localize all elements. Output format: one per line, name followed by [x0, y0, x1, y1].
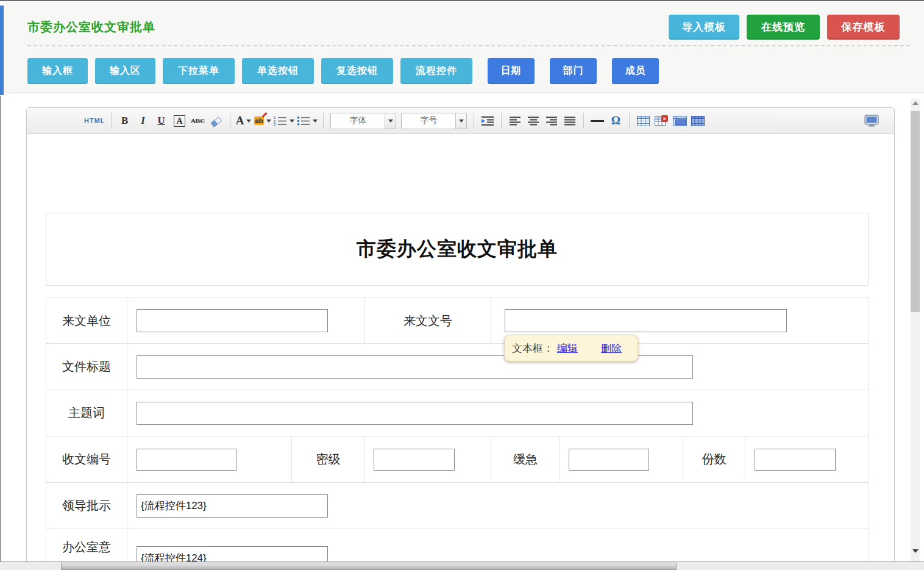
delete-control-link[interactable]: 删除 [601, 341, 622, 355]
add-date-button[interactable]: 日期 [488, 58, 535, 84]
form-table: 来文单位 来文文号 文件标题 主题词 [46, 297, 869, 570]
horizontal-rule-button[interactable] [589, 112, 605, 129]
table-row: 收文编号 密级 缓急 份数 [46, 436, 869, 483]
add-department-button[interactable]: 部门 [550, 58, 597, 84]
incoming-doc-number-input[interactable] [505, 309, 787, 332]
align-right-button[interactable] [544, 112, 560, 129]
tooltip-label: 文本框： [512, 341, 553, 355]
field-label: 缓急 [491, 436, 560, 483]
add-textarea-button[interactable]: 输入区 [95, 58, 155, 84]
table-properties-button[interactable] [672, 112, 688, 129]
table-row: 领导批示 [46, 483, 869, 529]
table-grid-button[interactable] [690, 112, 706, 129]
ordered-list-button[interactable]: 1 2 3 [274, 112, 294, 129]
highlight-icon: ab [254, 116, 265, 125]
remove-format-button[interactable] [208, 112, 224, 129]
toolbar-separator [111, 113, 112, 129]
vertical-scrollbar[interactable] [911, 99, 920, 561]
strikethrough-button[interactable]: ABC [190, 112, 206, 129]
triangle-down-icon [912, 549, 919, 553]
field-cell [365, 436, 491, 483]
align-right-icon [546, 116, 557, 126]
font-family-select[interactable]: 字体 [330, 113, 396, 129]
align-justify-icon [564, 116, 575, 126]
table-row: 来文单位 来文文号 [46, 298, 869, 344]
align-left-button[interactable] [507, 112, 523, 129]
font-color-button[interactable]: A [236, 112, 252, 129]
italic-button[interactable]: I [135, 112, 151, 129]
field-label: 主题词 [46, 390, 127, 436]
unordered-list-icon [297, 116, 310, 126]
editor-content[interactable]: 市委办公室收文审批单 来文单位 来文文号 文件标题 [27, 134, 894, 570]
align-center-button[interactable] [525, 112, 541, 129]
toolbar-separator [501, 113, 502, 129]
add-flow-control-button[interactable]: 流程控件 [400, 58, 472, 84]
leader-instructions-input[interactable] [137, 494, 328, 518]
indent-button[interactable] [480, 112, 496, 129]
toolbar-separator [230, 113, 230, 129]
delete-table-button[interactable]: × [653, 112, 669, 129]
font-style-button[interactable]: A [172, 112, 188, 129]
toolbar-separator [323, 113, 324, 129]
font-size-select[interactable]: 字号 [401, 113, 467, 129]
table-row: 主题词 [46, 390, 869, 436]
fullscreen-button[interactable] [864, 112, 880, 129]
align-center-icon [528, 116, 539, 126]
add-input-box-button[interactable]: 输入框 [27, 58, 88, 84]
table-delete-icon: × [655, 115, 668, 126]
font-family-dropdown-button[interactable] [385, 113, 396, 129]
richtext-editor: HTML B I U A ABC A [26, 107, 895, 570]
copies-input[interactable] [755, 449, 836, 471]
highlight-color-button[interactable]: ab [254, 112, 272, 129]
add-checkbox-button[interactable]: 复选按钮 [321, 58, 393, 84]
header-divider [27, 45, 910, 46]
horizontal-scrollbar-thumb[interactable] [61, 563, 677, 570]
toolbar-separator [583, 113, 584, 129]
pencil-icon [262, 112, 268, 118]
font-size-dropdown-button[interactable] [455, 113, 466, 129]
field-label: 文件标题 [46, 344, 127, 390]
insert-table-button[interactable] [635, 112, 651, 129]
edit-control-link[interactable]: 编辑 [557, 341, 578, 355]
urgency-input[interactable] [569, 449, 649, 471]
horizontal-scrollbar[interactable] [0, 561, 924, 570]
widget-button-row: 输入框 输入区 下拉菜单 单选按钮 复选按钮 流程控件 日期 部门 成员 [27, 58, 666, 84]
receipt-number-input[interactable] [137, 449, 236, 471]
eraser-icon [210, 115, 223, 127]
omega-icon: Ω [611, 114, 620, 127]
bold-button[interactable]: B [117, 112, 133, 129]
underline-button[interactable]: U [154, 112, 169, 129]
underline-icon: U [157, 115, 165, 127]
field-label: 领导批示 [46, 483, 127, 529]
window-top-border [0, 0, 924, 1]
special-char-button[interactable]: Ω [608, 112, 624, 129]
unordered-list-button[interactable] [297, 112, 318, 129]
add-dropdown-button[interactable]: 下拉菜单 [163, 58, 235, 84]
chevron-down-icon [266, 119, 271, 123]
ordered-list-icon: 1 2 3 [274, 116, 287, 126]
html-source-icon: HTML [84, 117, 105, 124]
incoming-unit-input[interactable] [137, 309, 328, 332]
online-preview-button[interactable]: 在线预览 [747, 15, 820, 40]
import-template-button[interactable]: 导入模板 [669, 15, 739, 40]
table-grid-icon [691, 116, 705, 126]
save-template-button[interactable]: 保存模板 [827, 15, 900, 40]
security-level-input[interactable] [374, 449, 455, 471]
add-radio-button[interactable]: 单选按钮 [242, 58, 314, 84]
field-cell [745, 436, 869, 483]
background-window-edge [0, 5, 4, 95]
field-cell [127, 344, 869, 390]
field-label: 份数 [683, 436, 745, 483]
scroll-down-arrow[interactable] [911, 549, 920, 557]
html-source-button[interactable]: HTML [84, 112, 105, 129]
field-cell [127, 436, 292, 483]
vertical-scrollbar-thumb[interactable] [911, 111, 920, 312]
field-label: 来文单位 [46, 298, 127, 344]
add-member-button[interactable]: 成员 [612, 58, 659, 84]
svg-text:3: 3 [274, 123, 275, 126]
control-tooltip: 文本框： 编辑 删除 [504, 335, 638, 362]
scroll-up-arrow[interactable] [911, 101, 920, 109]
align-justify-button[interactable] [562, 112, 578, 129]
subject-words-input[interactable] [137, 402, 693, 425]
header-panel: 市委办公室收文审批单 导入模板 在线预览 保存模板 输入框 输入区 下拉菜单 单… [4, 2, 924, 93]
